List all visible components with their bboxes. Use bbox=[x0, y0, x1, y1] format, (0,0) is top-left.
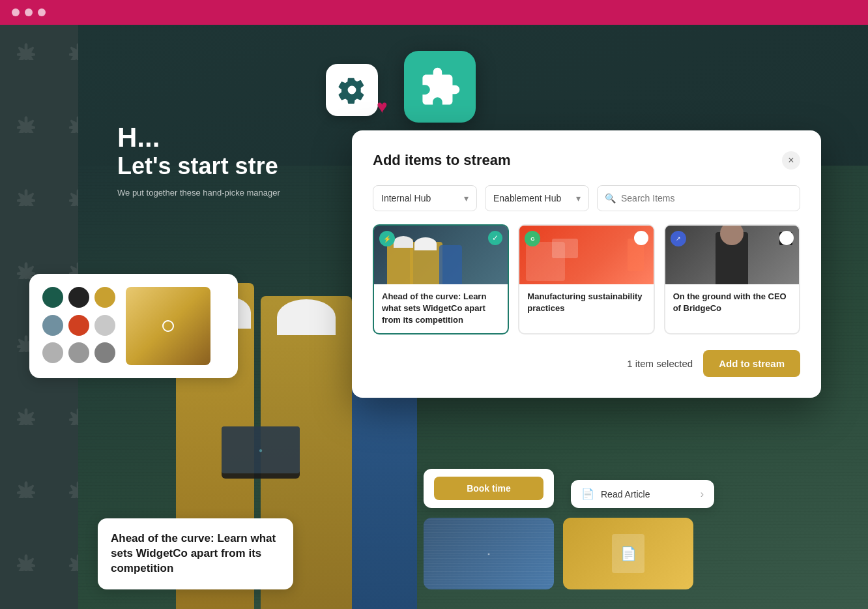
swatch-light-gray-4[interactable] bbox=[94, 342, 115, 363]
hub2-label: Enablement Hub bbox=[493, 193, 561, 203]
hero-headline: H... bbox=[117, 123, 280, 153]
card-2-select[interactable] bbox=[634, 231, 648, 245]
laptop: ● bbox=[222, 426, 300, 479]
search-wrapper: 🔍 bbox=[597, 185, 800, 211]
swatch-black[interactable] bbox=[68, 287, 89, 308]
selected-count: 1 bbox=[627, 358, 632, 369]
card-3-image: ↗ bbox=[665, 226, 799, 284]
color-gradient-picker[interactable] bbox=[126, 287, 210, 365]
gear-app-icon[interactable] bbox=[326, 64, 378, 116]
swatch-blue-gray[interactable] bbox=[42, 315, 63, 336]
add-items-modal: Add items to stream × Internal Hub ▾ Ena… bbox=[352, 130, 821, 398]
card-1-body: Ahead of the curve: Learn what sets Widg… bbox=[374, 284, 508, 333]
card-3-badge: ↗ bbox=[671, 231, 686, 246]
wrench-icon bbox=[419, 66, 461, 108]
content-cards-grid: ⚡ ✓ Ahead of the curve: Learn what sets … bbox=[373, 224, 800, 334]
color-picker bbox=[29, 274, 238, 378]
hub1-label: Internal Hub bbox=[381, 193, 431, 203]
card-1-badge: ⚡ bbox=[379, 231, 395, 246]
hub2-dropdown[interactable]: Enablement Hub ▾ bbox=[485, 185, 589, 211]
card-2-body: Manufacturing sustainability practices bbox=[519, 284, 653, 321]
read-article-card: 📄 Read Article › bbox=[571, 480, 714, 508]
hub1-dropdown[interactable]: Internal Hub ▾ bbox=[373, 185, 477, 211]
content-card-3[interactable]: ↗ On the ground with the CEO of BridgeCo bbox=[664, 224, 800, 334]
read-article-icon: 📄 bbox=[581, 488, 594, 500]
modal-header: Add items to stream × bbox=[373, 151, 800, 170]
window-dot-1 bbox=[12, 8, 20, 16]
thumb-row: ▪ 📄 bbox=[424, 518, 693, 589]
filter-row: Internal Hub ▾ Enablement Hub ▾ 🔍 bbox=[373, 185, 800, 211]
read-article-chevron: › bbox=[701, 488, 704, 500]
hub1-chevron-icon: ▾ bbox=[464, 193, 469, 203]
card-2-image: G bbox=[519, 226, 653, 284]
modal-close-button[interactable]: × bbox=[782, 151, 800, 170]
modal-title: Add items to stream bbox=[373, 152, 511, 169]
wrench-app-icon[interactable] bbox=[404, 51, 476, 123]
search-icon: 🔍 bbox=[605, 193, 616, 203]
hardhat-2 bbox=[277, 299, 336, 335]
selected-label: item selected bbox=[635, 358, 693, 369]
book-time-card: Book time bbox=[424, 469, 554, 508]
read-article-label: Read Article bbox=[601, 489, 650, 499]
hero-description: We put together these hand-picke manager bbox=[117, 188, 280, 198]
swatch-light-gray-1[interactable] bbox=[94, 315, 115, 336]
bottom-left-card: Ahead of the curve: Learn what sets Widg… bbox=[98, 518, 293, 589]
hero-subheadline: Let's start stre bbox=[117, 153, 280, 180]
hero-text: H... Let's start stre We put together th… bbox=[117, 123, 280, 198]
item-selected-text: 1 item selected bbox=[627, 358, 693, 369]
swatch-gold[interactable] bbox=[94, 287, 115, 308]
swatch-dark-green[interactable] bbox=[42, 287, 63, 308]
gear-icon bbox=[338, 76, 366, 104]
heart-icon: ♥ bbox=[377, 97, 388, 117]
thumb-blue: ▪ bbox=[424, 518, 554, 589]
turbine-decoration bbox=[0, 25, 52, 77]
content-card-2[interactable]: G Manufacturing sustainability practices bbox=[518, 224, 654, 334]
card-3-body: On the ground with the CEO of BridgeCo bbox=[665, 284, 799, 321]
search-input[interactable] bbox=[597, 185, 800, 211]
thumb-gold: 📄 bbox=[563, 518, 693, 589]
window-dot-2 bbox=[25, 8, 33, 16]
hub2-chevron-icon: ▾ bbox=[576, 193, 581, 203]
color-swatches bbox=[42, 287, 115, 365]
top-bar bbox=[0, 0, 868, 25]
bottom-left-card-title: Ahead of the curve: Learn what sets Widg… bbox=[111, 531, 280, 576]
content-card-1[interactable]: ⚡ ✓ Ahead of the curve: Learn what sets … bbox=[373, 224, 509, 334]
app-icons-group: ♥ bbox=[326, 64, 455, 116]
swatch-light-gray-3[interactable] bbox=[68, 342, 89, 363]
swatch-light-gray-2[interactable] bbox=[42, 342, 63, 363]
turbine-decoration bbox=[0, 171, 52, 223]
turbine-decoration bbox=[0, 390, 52, 442]
swatch-red[interactable] bbox=[68, 315, 89, 336]
book-time-button[interactable]: Book time bbox=[434, 477, 543, 500]
card-3-select[interactable] bbox=[779, 231, 794, 245]
turbine-decoration bbox=[0, 463, 52, 515]
add-to-stream-button[interactable]: Add to stream bbox=[703, 350, 800, 377]
gradient-handle[interactable] bbox=[162, 320, 174, 332]
modal-footer: 1 item selected Add to stream bbox=[373, 350, 800, 377]
turbine-decoration bbox=[0, 98, 52, 150]
window-dot-3 bbox=[38, 8, 46, 16]
turbine-decoration bbox=[0, 536, 52, 588]
card-1-image: ⚡ ✓ bbox=[374, 226, 508, 284]
